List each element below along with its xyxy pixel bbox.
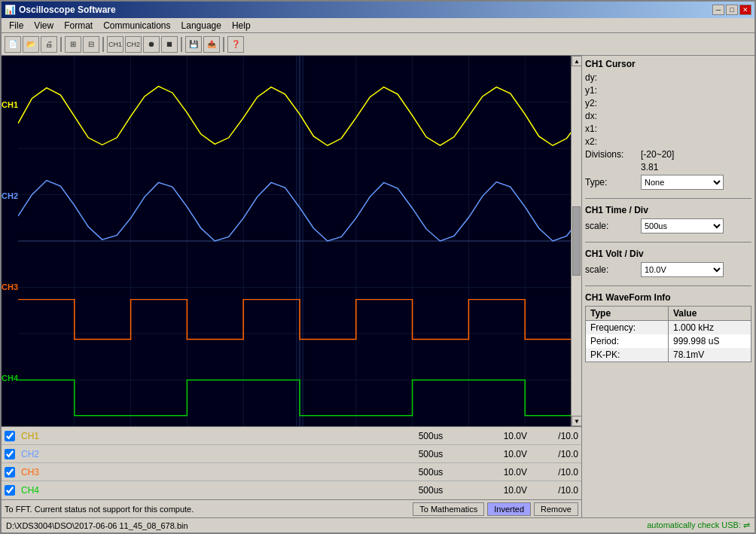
scrollbar-vertical[interactable]: ▲ ▼ xyxy=(571,56,581,426)
dy-row: dy: xyxy=(585,72,751,83)
time-div-title: CH1 Time / Div xyxy=(585,205,751,215)
tb-open[interactable]: 📂 xyxy=(23,36,39,53)
toolbar-sep-1 xyxy=(60,37,62,52)
ch3-row: CH3 500us 10.0V /10.0 xyxy=(2,463,581,481)
volt-scale-select[interactable]: 5mV10mV20mV50mV 100mV200mV500mV1.0V 2.0V… xyxy=(641,262,724,277)
y1-label: y1: xyxy=(585,85,638,96)
scrollbar-thumb[interactable] xyxy=(572,206,581,276)
scrollbar-track xyxy=(572,66,581,416)
waveform-info-section: CH1 WaveForm Info Type Value Frequency: … xyxy=(585,292,751,362)
wif-frequency-value: 1.000 kHz xyxy=(669,321,751,334)
type-select[interactable]: None Horizontal Vertical Track xyxy=(641,175,724,190)
toolbar-sep-3 xyxy=(181,37,182,52)
dx-row: dx: xyxy=(585,111,751,121)
tb-stop[interactable]: ⏹ xyxy=(161,36,178,53)
divisions-range: [-20~20] xyxy=(641,149,751,160)
title-buttons: ─ □ ✕ xyxy=(712,5,751,15)
y1-row: y1: xyxy=(585,85,751,96)
ch1-label: CH1 xyxy=(2,100,18,109)
menu-language[interactable]: Language xyxy=(177,19,226,32)
ch2-checkbox[interactable] xyxy=(5,449,15,459)
ch3-name: CH3 xyxy=(21,467,51,478)
wif-row-pkpk: PK-PK: 78.1mV xyxy=(586,348,751,362)
to-mathematics-button[interactable]: To Mathematics xyxy=(413,502,484,516)
scope-grid[interactable]: ▲ ▼ xyxy=(18,56,581,426)
ch1-checkbox[interactable] xyxy=(5,431,15,441)
x1-label: x1: xyxy=(585,124,638,134)
ch3-volt: 10.0V xyxy=(467,467,527,478)
menu-view[interactable]: View xyxy=(29,19,58,32)
wif-pkpk-label: PK-PK: xyxy=(586,348,669,362)
tb-save[interactable]: 💾 xyxy=(185,36,202,53)
usb-status: automatically check USB: ⇌ xyxy=(647,520,750,530)
cursor-section: CH1 Cursor dy: y1: y2: dx: xyxy=(585,59,751,192)
ch4-volt: 10.0V xyxy=(467,485,527,496)
time-scale-select[interactable]: 100ns500ns1us5us 10us50us100us500us 1ms5… xyxy=(641,218,724,233)
scope-inner: CH1 CH2 CH3 CH4 xyxy=(2,56,581,426)
waveform-info-title: CH1 WaveForm Info xyxy=(585,292,751,303)
minimize-button[interactable]: ─ xyxy=(712,5,724,15)
remove-button[interactable]: Remove xyxy=(534,502,578,516)
wif-header-value: Value xyxy=(669,307,751,320)
ch3-label: CH3 xyxy=(2,282,18,291)
menu-format[interactable]: Format xyxy=(59,19,97,32)
tb-cursor[interactable]: ⊟ xyxy=(83,36,99,53)
menu-communications[interactable]: Communications xyxy=(99,19,175,32)
volt-scale-label: scale: xyxy=(585,264,638,275)
tb-help[interactable]: ❓ xyxy=(227,36,244,53)
time-scale-row: scale: 100ns500ns1us5us 10us50us100us500… xyxy=(585,218,751,233)
main-content: CH1 CH2 CH3 CH4 xyxy=(2,56,754,517)
menu-file[interactable]: File xyxy=(5,19,28,32)
dy-label: dy: xyxy=(585,72,638,83)
toolbar: 📄 📂 🖨 ⊞ ⊟ CH1 CH2 ⏺ ⏹ 💾 📤 ❓ xyxy=(2,33,754,56)
ch2-row: CH2 500us 10.0V /10.0 xyxy=(2,445,581,463)
divisions-label: Divisions: xyxy=(585,149,638,160)
scroll-down-arrow[interactable]: ▼ xyxy=(572,416,581,426)
wif-header-type: Type xyxy=(586,307,669,320)
ch1-row: CH1 500us 10.0V /10.0 xyxy=(2,427,581,445)
ch1-time: 500us xyxy=(401,431,461,441)
wif-frequency-label: Frequency: xyxy=(586,321,669,334)
app-title: Oscilloscope Software xyxy=(19,5,116,15)
tb-new[interactable]: 📄 xyxy=(5,36,21,53)
ch2-name: CH2 xyxy=(21,449,51,459)
inverted-button[interactable]: Inverted xyxy=(487,502,531,516)
ch4-checkbox[interactable] xyxy=(5,485,15,496)
y2-row: y2: xyxy=(585,98,751,108)
tb-record[interactable]: ⏺ xyxy=(143,36,160,53)
title-bar-left: 📊 Oscilloscope Software xyxy=(5,5,116,15)
ch4-div: /10.0 xyxy=(533,485,578,496)
divider-1 xyxy=(585,198,751,199)
ch2-label: CH2 xyxy=(2,191,18,200)
close-button[interactable]: ✕ xyxy=(739,5,751,15)
tb-ch1[interactable]: CH1 xyxy=(107,36,123,53)
time-scale-label: scale: xyxy=(585,221,638,231)
ch1-div: /10.0 xyxy=(533,431,578,441)
divider-3 xyxy=(585,285,751,286)
divisions-number: 3.81 xyxy=(641,162,751,172)
main-window: 📊 Oscilloscope Software ─ □ ✕ File View … xyxy=(0,0,756,534)
tb-print[interactable]: 🖨 xyxy=(41,36,57,53)
volt-div-section: CH1 Volt / Div scale: 5mV10mV20mV50mV 10… xyxy=(585,249,751,279)
menu-help[interactable]: Help xyxy=(227,19,255,32)
ch4-label: CH4 xyxy=(2,374,18,383)
ch3-checkbox[interactable] xyxy=(5,467,15,478)
time-div-section: CH1 Time / Div scale: 100ns500ns1us5us 1… xyxy=(585,205,751,236)
channel-list: CH1 500us 10.0V /10.0 CH2 500us 10.0V /1… xyxy=(2,426,581,499)
x2-row: x2: xyxy=(585,136,751,147)
scope-area: CH1 CH2 CH3 CH4 xyxy=(2,56,581,517)
ch2-time: 500us xyxy=(401,449,461,459)
ch4-time: 500us xyxy=(401,485,461,496)
tb-export[interactable]: 📤 xyxy=(203,36,220,53)
ch2-div: /10.0 xyxy=(533,449,578,459)
toolbar-sep-4 xyxy=(223,37,224,52)
type-label: Type: xyxy=(585,177,638,188)
tb-ch2[interactable]: CH2 xyxy=(125,36,142,53)
status-bar: D:\XDS3004\DSO\2017-06-06 11_45_08_678.b… xyxy=(2,517,754,532)
volt-div-title: CH1 Volt / Div xyxy=(585,249,751,259)
scroll-up-arrow[interactable]: ▲ xyxy=(572,56,581,66)
wif-period-label: Period: xyxy=(586,334,669,348)
maximize-button[interactable]: □ xyxy=(726,5,738,15)
divisions-row: Divisions: [-20~20] xyxy=(585,149,751,160)
tb-grid[interactable]: ⊞ xyxy=(65,36,81,53)
